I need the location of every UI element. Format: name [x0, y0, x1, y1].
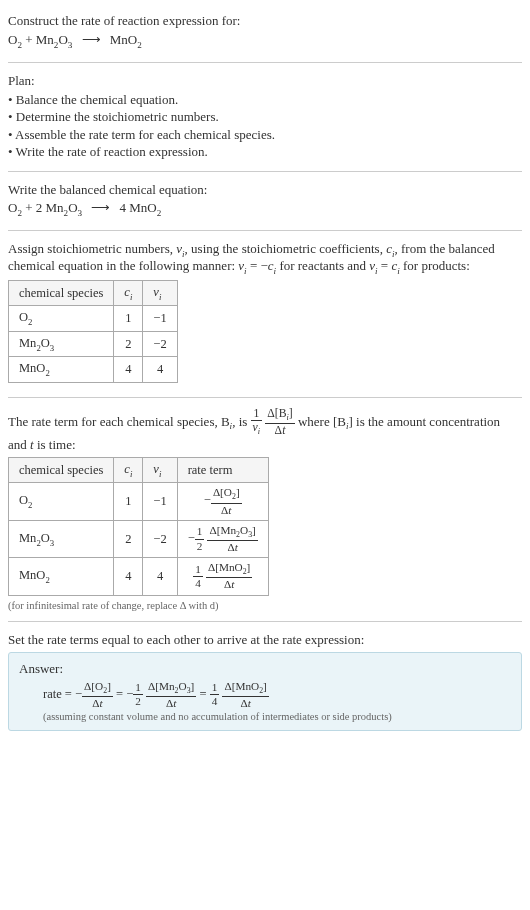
prompt-text: Construct the rate of reaction expressio… — [8, 12, 522, 30]
balanced-equation: O2 + 2 Mn2O3 ⟶ 4 MnO2 — [8, 198, 522, 220]
cell-ci: 1 — [114, 483, 143, 520]
cell-rate: −12 Δ[Mn2O3]Δt — [177, 520, 268, 557]
final-block: Set the rate terms equal to each other t… — [8, 628, 522, 739]
divider — [8, 62, 522, 63]
table-row: O2 1 −1 — [9, 306, 178, 332]
rate-term-intro: The rate term for each chemical species,… — [8, 408, 522, 453]
plan-item: • Determine the stoichiometric numbers. — [8, 108, 522, 126]
header-block: Construct the rate of reaction expressio… — [8, 8, 522, 56]
cell-ci: 4 — [114, 357, 143, 383]
rate-term-block: The rate term for each chemical species,… — [8, 404, 522, 615]
cell-ci: 1 — [114, 306, 143, 332]
balanced-title: Write the balanced chemical equation: — [8, 182, 522, 198]
col-species: chemical species — [9, 457, 114, 483]
cell-species: MnO2 — [9, 357, 114, 383]
cell-vi: 4 — [143, 357, 177, 383]
table-row: Mn2O3 2 −2 −12 Δ[Mn2O3]Δt — [9, 520, 269, 557]
cell-species: Mn2O3 — [9, 520, 114, 557]
cell-vi: −2 — [143, 331, 177, 357]
balanced-block: Write the balanced chemical equation: O2… — [8, 178, 522, 224]
plan-list: • Balance the chemical equation. • Deter… — [8, 91, 522, 161]
cell-ci: 2 — [114, 520, 143, 557]
col-species: chemical species — [9, 280, 114, 306]
col-rate: rate term — [177, 457, 268, 483]
cell-vi: −1 — [143, 306, 177, 332]
plan-item: • Balance the chemical equation. — [8, 91, 522, 109]
cell-rate: −Δ[O2]Δt — [177, 483, 268, 520]
plan-item: • Write the rate of reaction expression. — [8, 143, 522, 161]
cell-species: O2 — [9, 483, 114, 520]
rate-expression: rate = −Δ[O2]Δt = −12 Δ[Mn2O3]Δt = 14 Δ[… — [19, 681, 511, 709]
cell-species: MnO2 — [9, 558, 114, 595]
col-vi: νi — [143, 280, 177, 306]
divider — [8, 171, 522, 172]
col-ci: ci — [114, 280, 143, 306]
cell-ci: 2 — [114, 331, 143, 357]
stoich-intro: Assign stoichiometric numbers, νi, using… — [8, 241, 522, 276]
divider — [8, 397, 522, 398]
cell-vi: 4 — [143, 558, 177, 595]
cell-vi: −1 — [143, 483, 177, 520]
table-header-row: chemical species ci νi — [9, 280, 178, 306]
divider — [8, 230, 522, 231]
cell-rate: 14 Δ[MnO2]Δt — [177, 558, 268, 595]
cell-species: Mn2O3 — [9, 331, 114, 357]
answer-box: Answer: rate = −Δ[O2]Δt = −12 Δ[Mn2O3]Δt… — [8, 652, 522, 731]
cell-vi: −2 — [143, 520, 177, 557]
answer-label: Answer: — [19, 661, 511, 677]
divider — [8, 621, 522, 622]
assumption-note: (assuming constant volume and no accumul… — [19, 711, 511, 722]
plan-block: Plan: • Balance the chemical equation. •… — [8, 69, 522, 165]
table-row: MnO2 4 4 — [9, 357, 178, 383]
table-header-row: chemical species ci νi rate term — [9, 457, 269, 483]
cell-ci: 4 — [114, 558, 143, 595]
cell-species: O2 — [9, 306, 114, 332]
rate-term-note: (for infinitesimal rate of change, repla… — [8, 600, 522, 611]
table-row: Mn2O3 2 −2 — [9, 331, 178, 357]
table-row: MnO2 4 4 14 Δ[MnO2]Δt — [9, 558, 269, 595]
stoich-table: chemical species ci νi O2 1 −1 Mn2O3 2 −… — [8, 280, 178, 383]
unbalanced-equation: O2 + Mn2O3 ⟶ MnO2 — [8, 30, 522, 52]
stoich-block: Assign stoichiometric numbers, νi, using… — [8, 237, 522, 391]
plan-item: • Assemble the rate term for each chemic… — [8, 126, 522, 144]
rate-term-table: chemical species ci νi rate term O2 1 −1… — [8, 457, 269, 596]
final-title: Set the rate terms equal to each other t… — [8, 632, 522, 648]
plan-title: Plan: — [8, 73, 522, 89]
col-vi: νi — [143, 457, 177, 483]
col-ci: ci — [114, 457, 143, 483]
table-row: O2 1 −1 −Δ[O2]Δt — [9, 483, 269, 520]
